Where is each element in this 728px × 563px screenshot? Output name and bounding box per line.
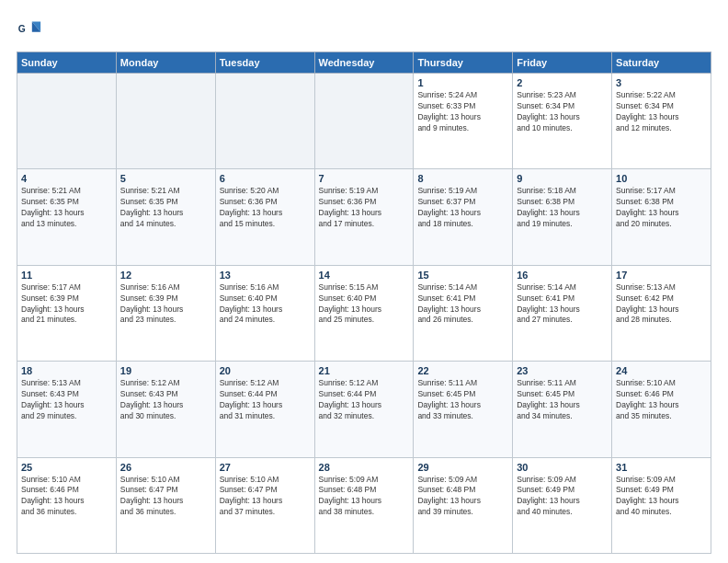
day-info: Sunrise: 5:12 AM Sunset: 6:43 PM Dayligh… xyxy=(120,378,211,422)
calendar-table: SundayMondayTuesdayWednesdayThursdayFrid… xyxy=(17,52,711,554)
day-number: 18 xyxy=(21,365,112,376)
calendar-cell: 25Sunrise: 5:10 AM Sunset: 6:46 PM Dayli… xyxy=(17,457,117,553)
calendar-cell: 14Sunrise: 5:15 AM Sunset: 6:40 PM Dayli… xyxy=(314,265,414,361)
day-info: Sunrise: 5:09 AM Sunset: 6:49 PM Dayligh… xyxy=(616,475,707,519)
day-info: Sunrise: 5:12 AM Sunset: 6:44 PM Dayligh… xyxy=(220,378,311,422)
day-info: Sunrise: 5:24 AM Sunset: 6:33 PM Dayligh… xyxy=(417,90,508,134)
day-info: Sunrise: 5:10 AM Sunset: 6:47 PM Dayligh… xyxy=(120,475,211,519)
calendar-cell: 28Sunrise: 5:09 AM Sunset: 6:48 PM Dayli… xyxy=(314,457,414,553)
day-info: Sunrise: 5:10 AM Sunset: 6:46 PM Dayligh… xyxy=(21,475,112,519)
day-number: 19 xyxy=(120,365,211,376)
logo-icon: G xyxy=(17,17,42,42)
calendar-cell: 9Sunrise: 5:18 AM Sunset: 6:38 PM Daylig… xyxy=(513,169,612,265)
day-info: Sunrise: 5:16 AM Sunset: 6:39 PM Dayligh… xyxy=(120,282,211,327)
day-info: Sunrise: 5:16 AM Sunset: 6:40 PM Dayligh… xyxy=(220,282,311,327)
calendar-cell: 10Sunrise: 5:17 AM Sunset: 6:38 PM Dayli… xyxy=(612,169,711,265)
page-header: G xyxy=(17,17,711,42)
calendar-cell: 19Sunrise: 5:12 AM Sunset: 6:43 PM Dayli… xyxy=(116,362,215,457)
day-info: Sunrise: 5:14 AM Sunset: 6:41 PM Dayligh… xyxy=(517,282,608,327)
logo: G xyxy=(17,17,46,42)
day-number: 5 xyxy=(120,173,211,184)
day-info: Sunrise: 5:17 AM Sunset: 6:39 PM Dayligh… xyxy=(21,282,112,327)
calendar-cell xyxy=(17,74,117,169)
day-number: 31 xyxy=(616,462,707,473)
calendar-cell: 16Sunrise: 5:14 AM Sunset: 6:41 PM Dayli… xyxy=(513,265,612,361)
weekday-header: Friday xyxy=(513,52,612,74)
calendar-week-row: 11Sunrise: 5:17 AM Sunset: 6:39 PM Dayli… xyxy=(17,265,711,361)
day-number: 22 xyxy=(417,365,508,376)
calendar-cell: 13Sunrise: 5:16 AM Sunset: 6:40 PM Dayli… xyxy=(215,265,314,361)
calendar-cell xyxy=(215,74,314,169)
weekday-header: Wednesday xyxy=(314,52,414,74)
day-info: Sunrise: 5:21 AM Sunset: 6:35 PM Dayligh… xyxy=(21,186,112,230)
calendar-cell: 12Sunrise: 5:16 AM Sunset: 6:39 PM Dayli… xyxy=(116,265,215,361)
day-number: 2 xyxy=(517,77,608,88)
day-info: Sunrise: 5:09 AM Sunset: 6:48 PM Dayligh… xyxy=(417,475,508,519)
day-info: Sunrise: 5:11 AM Sunset: 6:45 PM Dayligh… xyxy=(517,378,608,422)
day-number: 24 xyxy=(616,365,707,376)
day-number: 3 xyxy=(616,77,707,88)
calendar-cell: 24Sunrise: 5:10 AM Sunset: 6:46 PM Dayli… xyxy=(612,362,711,457)
calendar-cell: 7Sunrise: 5:19 AM Sunset: 6:36 PM Daylig… xyxy=(314,169,414,265)
calendar-cell: 17Sunrise: 5:13 AM Sunset: 6:42 PM Dayli… xyxy=(612,265,711,361)
calendar-cell: 20Sunrise: 5:12 AM Sunset: 6:44 PM Dayli… xyxy=(215,362,314,457)
calendar-cell: 15Sunrise: 5:14 AM Sunset: 6:41 PM Dayli… xyxy=(414,265,513,361)
calendar-cell xyxy=(116,74,215,169)
calendar-cell: 30Sunrise: 5:09 AM Sunset: 6:49 PM Dayli… xyxy=(513,457,612,553)
day-number: 21 xyxy=(319,365,410,376)
day-info: Sunrise: 5:18 AM Sunset: 6:38 PM Dayligh… xyxy=(517,186,608,230)
calendar-cell: 5Sunrise: 5:21 AM Sunset: 6:35 PM Daylig… xyxy=(116,169,215,265)
calendar-cell: 8Sunrise: 5:19 AM Sunset: 6:37 PM Daylig… xyxy=(414,169,513,265)
day-number: 27 xyxy=(220,462,311,473)
day-info: Sunrise: 5:09 AM Sunset: 6:49 PM Dayligh… xyxy=(517,475,608,519)
calendar-cell: 3Sunrise: 5:22 AM Sunset: 6:34 PM Daylig… xyxy=(612,74,711,169)
weekday-header: Saturday xyxy=(612,52,711,74)
calendar-cell: 21Sunrise: 5:12 AM Sunset: 6:44 PM Dayli… xyxy=(314,362,414,457)
day-number: 15 xyxy=(417,270,508,281)
day-info: Sunrise: 5:11 AM Sunset: 6:45 PM Dayligh… xyxy=(417,378,508,422)
calendar-cell: 23Sunrise: 5:11 AM Sunset: 6:45 PM Dayli… xyxy=(513,362,612,457)
calendar-cell: 6Sunrise: 5:20 AM Sunset: 6:36 PM Daylig… xyxy=(215,169,314,265)
day-info: Sunrise: 5:20 AM Sunset: 6:36 PM Dayligh… xyxy=(220,186,311,230)
day-info: Sunrise: 5:22 AM Sunset: 6:34 PM Dayligh… xyxy=(616,90,707,134)
calendar-cell: 2Sunrise: 5:23 AM Sunset: 6:34 PM Daylig… xyxy=(513,74,612,169)
day-info: Sunrise: 5:17 AM Sunset: 6:38 PM Dayligh… xyxy=(616,186,707,230)
weekday-header: Tuesday xyxy=(215,52,314,74)
calendar-cell: 22Sunrise: 5:11 AM Sunset: 6:45 PM Dayli… xyxy=(414,362,513,457)
weekday-header: Sunday xyxy=(17,52,117,74)
day-number: 13 xyxy=(220,270,311,281)
weekday-header: Monday xyxy=(116,52,215,74)
calendar-cell: 29Sunrise: 5:09 AM Sunset: 6:48 PM Dayli… xyxy=(414,457,513,553)
calendar-week-row: 18Sunrise: 5:13 AM Sunset: 6:43 PM Dayli… xyxy=(17,362,711,457)
calendar-cell: 27Sunrise: 5:10 AM Sunset: 6:47 PM Dayli… xyxy=(215,457,314,553)
day-number: 10 xyxy=(616,173,707,184)
day-info: Sunrise: 5:19 AM Sunset: 6:37 PM Dayligh… xyxy=(417,186,508,230)
day-number: 9 xyxy=(517,173,608,184)
calendar-cell: 18Sunrise: 5:13 AM Sunset: 6:43 PM Dayli… xyxy=(17,362,117,457)
calendar-cell: 31Sunrise: 5:09 AM Sunset: 6:49 PM Dayli… xyxy=(612,457,711,553)
day-number: 25 xyxy=(21,462,112,473)
day-info: Sunrise: 5:13 AM Sunset: 6:43 PM Dayligh… xyxy=(21,378,112,422)
calendar-cell: 4Sunrise: 5:21 AM Sunset: 6:35 PM Daylig… xyxy=(17,169,117,265)
svg-text:G: G xyxy=(18,24,26,34)
day-info: Sunrise: 5:10 AM Sunset: 6:47 PM Dayligh… xyxy=(220,475,311,519)
day-info: Sunrise: 5:12 AM Sunset: 6:44 PM Dayligh… xyxy=(319,378,410,422)
calendar-week-row: 1Sunrise: 5:24 AM Sunset: 6:33 PM Daylig… xyxy=(17,74,711,169)
calendar-week-row: 25Sunrise: 5:10 AM Sunset: 6:46 PM Dayli… xyxy=(17,457,711,553)
calendar-week-row: 4Sunrise: 5:21 AM Sunset: 6:35 PM Daylig… xyxy=(17,169,711,265)
day-number: 30 xyxy=(517,462,608,473)
day-info: Sunrise: 5:19 AM Sunset: 6:36 PM Dayligh… xyxy=(319,186,410,230)
day-number: 8 xyxy=(417,173,508,184)
day-number: 29 xyxy=(417,462,508,473)
day-number: 23 xyxy=(517,365,608,376)
day-number: 16 xyxy=(517,270,608,281)
calendar-cell: 1Sunrise: 5:24 AM Sunset: 6:33 PM Daylig… xyxy=(414,74,513,169)
day-info: Sunrise: 5:15 AM Sunset: 6:40 PM Dayligh… xyxy=(319,282,410,327)
weekday-header: Thursday xyxy=(414,52,513,74)
day-info: Sunrise: 5:23 AM Sunset: 6:34 PM Dayligh… xyxy=(517,90,608,134)
calendar-cell: 11Sunrise: 5:17 AM Sunset: 6:39 PM Dayli… xyxy=(17,265,117,361)
day-number: 20 xyxy=(220,365,311,376)
day-number: 6 xyxy=(220,173,311,184)
day-info: Sunrise: 5:21 AM Sunset: 6:35 PM Dayligh… xyxy=(120,186,211,230)
day-number: 26 xyxy=(120,462,211,473)
